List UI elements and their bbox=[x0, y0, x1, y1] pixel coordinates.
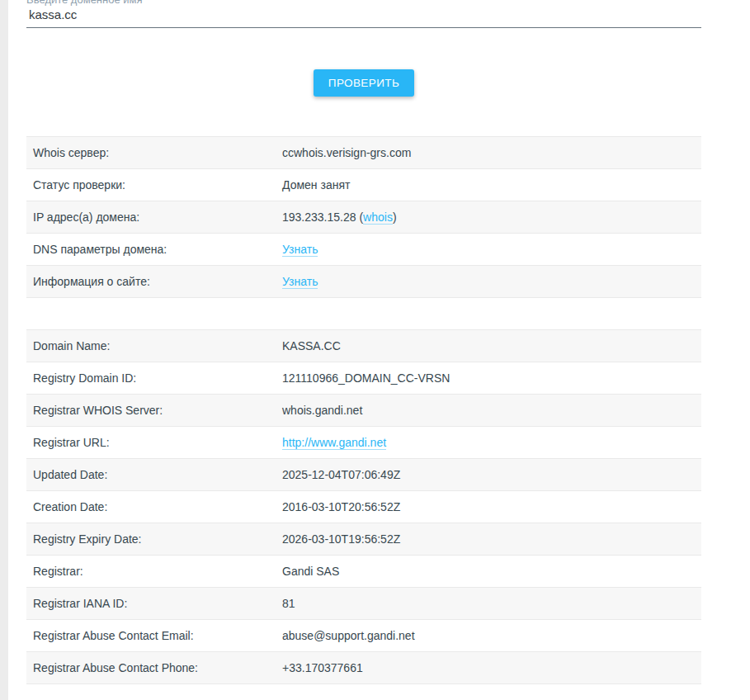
site-info-link[interactable]: Узнать bbox=[282, 275, 318, 289]
row-label: Whois сервер: bbox=[26, 146, 282, 159]
table-row: Registrar WHOIS Server: whois.gandi.net bbox=[26, 395, 701, 427]
check-button[interactable]: ПРОВЕРИТЬ bbox=[314, 69, 414, 97]
row-value: 2016-03-10T20:56:52Z bbox=[282, 500, 701, 513]
table-row: Registrar IANA ID: 81 bbox=[26, 588, 701, 620]
row-value: KASSA.CC bbox=[282, 339, 701, 352]
row-label: Информация о сайте: bbox=[26, 275, 282, 288]
button-row: ПРОВЕРИТЬ bbox=[26, 69, 701, 97]
row-label: Статус проверки: bbox=[26, 178, 282, 192]
row-value: 81 bbox=[282, 597, 701, 610]
registrar-url-link[interactable]: http://www.gandi.net bbox=[282, 436, 386, 450]
row-value: whois.gandi.net bbox=[282, 404, 701, 417]
row-label: Creation Date: bbox=[26, 500, 282, 513]
row-label: Registrar Abuse Contact Email: bbox=[26, 629, 282, 642]
page-left-gutter bbox=[0, 0, 8, 700]
row-label: Registrar WHOIS Server: bbox=[26, 404, 282, 417]
row-label: Registry Expiry Date: bbox=[26, 532, 282, 546]
row-label: DNS параметры домена: bbox=[26, 243, 282, 256]
row-value: ccwhois.verisign-grs.com bbox=[282, 146, 701, 159]
domain-form: Введите доменное имя bbox=[26, 0, 701, 28]
row-value: Gandi SAS bbox=[282, 565, 701, 578]
table-row: Registry Expiry Date: 2026-03-10T19:56:5… bbox=[26, 523, 701, 556]
table-row: Registry Domain ID: 121110966_DOMAIN_CC-… bbox=[26, 362, 701, 395]
row-value: abuse@support.gandi.net bbox=[282, 629, 701, 642]
table-row: IP адрес(а) домена: 193.233.15.28 (whois… bbox=[26, 201, 701, 234]
row-label: Registrar IANA ID: bbox=[26, 597, 282, 610]
whois-checker-page: Введите доменное имя ПРОВЕРИТЬ Whois сер… bbox=[26, 0, 701, 684]
domain-input[interactable] bbox=[26, 6, 701, 28]
row-value: Домен занят bbox=[282, 178, 701, 192]
row-value: Узнать bbox=[282, 243, 701, 256]
row-value: 193.233.15.28 (whois) bbox=[282, 210, 701, 224]
check-results-table: Whois сервер: ccwhois.verisign-grs.com С… bbox=[26, 136, 701, 298]
table-row: Registrar Abuse Contact Phone: +33.17037… bbox=[26, 652, 701, 684]
row-label: IP адрес(а) домена: bbox=[26, 210, 282, 224]
row-value: http://www.gandi.net bbox=[282, 436, 701, 449]
table-row: Registrar Abuse Contact Email: abuse@sup… bbox=[26, 620, 701, 652]
domain-input-label: Введите доменное имя bbox=[26, 0, 701, 6]
row-label: Registrar: bbox=[26, 565, 282, 578]
ip-value-prefix: 193.233.15.28 ( bbox=[282, 210, 363, 224]
table-row: Domain Name: KASSA.CC bbox=[26, 330, 701, 362]
ip-whois-link[interactable]: whois bbox=[363, 210, 393, 225]
row-label: Registrar URL: bbox=[26, 436, 282, 449]
row-label: Domain Name: bbox=[26, 339, 282, 352]
table-row: Creation Date: 2016-03-10T20:56:52Z bbox=[26, 491, 701, 523]
table-row: Registrar: Gandi SAS bbox=[26, 556, 701, 588]
row-value: 2026-03-10T19:56:52Z bbox=[282, 532, 701, 546]
row-value: 2025-12-04T07:06:49Z bbox=[282, 468, 701, 481]
dns-params-link[interactable]: Узнать bbox=[282, 243, 318, 257]
table-row: Статус проверки: Домен занят bbox=[26, 169, 701, 201]
table-row: DNS параметры домена: Узнать bbox=[26, 234, 701, 266]
row-value: +33.170377661 bbox=[282, 661, 701, 674]
table-row: Whois сервер: ccwhois.verisign-grs.com bbox=[26, 137, 701, 169]
ip-value-suffix: ) bbox=[393, 210, 397, 224]
whois-record-table: Domain Name: KASSA.CC Registry Domain ID… bbox=[26, 329, 701, 684]
row-value: 121110966_DOMAIN_CC-VRSN bbox=[282, 371, 701, 385]
row-label: Updated Date: bbox=[26, 468, 282, 481]
row-label: Registrar Abuse Contact Phone: bbox=[26, 661, 282, 674]
table-row: Registrar URL: http://www.gandi.net bbox=[26, 427, 701, 459]
row-value: Узнать bbox=[282, 275, 701, 288]
table-row: Информация о сайте: Узнать bbox=[26, 266, 701, 298]
table-row: Updated Date: 2025-12-04T07:06:49Z bbox=[26, 459, 701, 491]
row-label: Registry Domain ID: bbox=[26, 371, 282, 385]
